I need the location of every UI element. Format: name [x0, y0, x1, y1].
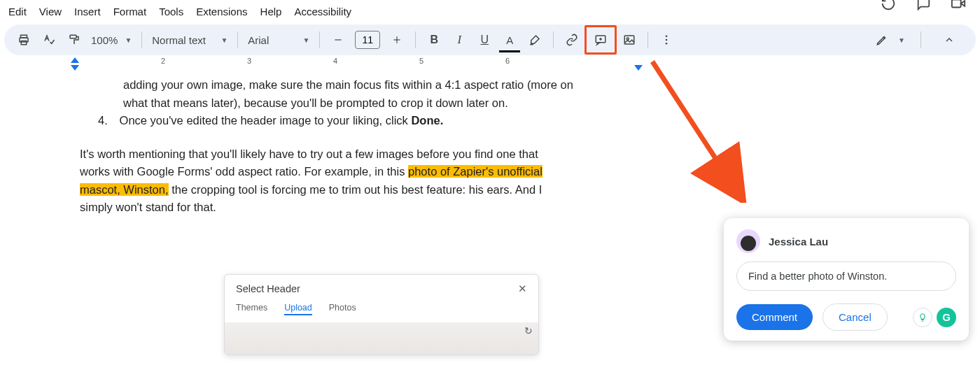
insert-image-icon[interactable] [619, 29, 640, 50]
caret-down-icon: ▼ [898, 36, 905, 44]
grammarly-icon[interactable]: G [937, 308, 956, 327]
first-line-indent-marker[interactable] [71, 57, 79, 63]
spellcheck-icon[interactable] [38, 29, 59, 50]
toolbar: 100% ▼ Normal text ▼ Arial ▼ 11 B I U A [4, 24, 976, 55]
collapse-toolbar-icon[interactable] [939, 29, 960, 50]
ruler-label: 4 [333, 57, 337, 65]
toolbar-separator [319, 31, 320, 48]
meet-icon[interactable] [951, 0, 966, 11]
ruler-label: 2 [161, 57, 165, 65]
caret-down-icon: ▼ [125, 36, 132, 44]
menu-view[interactable]: View [39, 6, 62, 17]
body-text: adding your own image, make sure the mai… [123, 78, 573, 91]
font-family-value: Arial [248, 34, 269, 46]
highlight-color-button[interactable] [524, 29, 545, 50]
ruler: 2 3 4 5 6 [0, 57, 980, 76]
comment-history-icon[interactable] [916, 0, 931, 11]
insert-comment-icon[interactable] [590, 29, 611, 50]
svg-rect-12 [625, 36, 635, 44]
tab-photos[interactable]: Photos [329, 303, 356, 315]
highlighted-text: photo of Zapier's unofficial [408, 165, 542, 178]
toolbar-separator [237, 31, 238, 48]
menu-accessibility[interactable]: Accessibility [294, 6, 351, 17]
right-indent-marker[interactable] [634, 65, 643, 71]
insert-link-icon[interactable] [561, 29, 582, 50]
font-size-input[interactable]: 11 [355, 31, 380, 49]
svg-point-13 [627, 38, 629, 40]
svg-point-15 [666, 39, 668, 41]
embedded-screenshot: Select Header ✕ Themes Upload Photos ↻ [224, 274, 539, 355]
menu-edit[interactable]: Edit [8, 6, 27, 17]
svg-point-16 [666, 43, 668, 45]
rotate-icon[interactable]: ↻ [524, 325, 533, 336]
comment-cancel-button[interactable]: Cancel [822, 303, 888, 331]
tab-themes[interactable]: Themes [236, 303, 267, 315]
toolbar-separator [415, 31, 416, 48]
toolbar-separator [553, 31, 554, 48]
dialog-title: Select Header [236, 283, 300, 294]
body-text: Once you've edited the header image to y… [120, 114, 412, 127]
comment-submit-button[interactable]: Comment [736, 304, 813, 330]
font-family-select[interactable]: Arial ▼ [244, 34, 314, 46]
caret-down-icon: ▼ [302, 36, 309, 44]
header-right-icons [881, 0, 966, 11]
paint-format-icon[interactable] [64, 29, 85, 50]
list-number: 4. [98, 112, 116, 130]
comment-card: Jessica Lau Find a better photo of Winst… [724, 218, 969, 341]
ruler-label: 5 [419, 57, 424, 65]
underline-button[interactable]: U [474, 29, 495, 50]
body-text: It's worth mentioning that you'll likely… [80, 148, 538, 160]
zoom-value: 100% [91, 34, 118, 46]
menu-format[interactable]: Format [113, 6, 147, 17]
tab-upload[interactable]: Upload [284, 303, 312, 315]
decrease-font-icon[interactable] [328, 29, 349, 50]
svg-rect-5 [70, 35, 76, 38]
document-body[interactable]: adding your own image, make sure the mai… [0, 76, 700, 217]
close-icon[interactable]: ✕ [518, 283, 527, 294]
menu-insert[interactable]: Insert [74, 6, 101, 17]
increase-font-icon[interactable] [386, 29, 407, 50]
paragraph-style-value: Normal text [152, 34, 206, 46]
insert-comment-highlighted [584, 25, 617, 55]
menu-tools[interactable]: Tools [159, 6, 183, 17]
text-color-button[interactable]: A [499, 29, 520, 50]
more-icon[interactable] [656, 29, 677, 50]
print-icon[interactable] [13, 29, 34, 50]
menu-extensions[interactable]: Extensions [196, 6, 247, 17]
toolbar-separator [920, 31, 921, 48]
zoom-select[interactable]: 100% ▼ [91, 34, 132, 46]
italic-button[interactable]: I [449, 29, 470, 50]
editing-mode-select[interactable]: ▼ [876, 34, 905, 46]
highlighted-text: mascot, Winston, [80, 183, 169, 196]
comment-input[interactable]: Find a better photo of Winston. [736, 262, 956, 291]
body-text: works with Google Forms' odd aspect rati… [80, 165, 408, 178]
ruler-label: 3 [247, 57, 251, 65]
caret-down-icon: ▼ [220, 36, 227, 44]
paragraph-style-select[interactable]: Normal text ▼ [148, 34, 232, 46]
history-icon[interactable] [881, 0, 896, 11]
body-text: simply won't stand for that. [80, 201, 216, 213]
comment-author: Jessica Lau [769, 236, 828, 248]
menu-help[interactable]: Help [260, 6, 282, 17]
ruler-label: 6 [505, 57, 510, 65]
svg-rect-0 [952, 0, 961, 8]
menubar: Edit View Insert Format Tools Extensions… [0, 0, 980, 24]
body-text: what that means later), because you'll b… [123, 96, 508, 109]
svg-point-14 [666, 35, 668, 37]
hint-icon[interactable] [913, 308, 932, 327]
toolbar-separator [648, 31, 648, 48]
avatar [736, 229, 760, 253]
body-text: the cropping tool is forcing me to trim … [169, 183, 542, 196]
body-text-bold: Done. [411, 114, 443, 127]
bold-button[interactable]: B [424, 29, 444, 50]
toolbar-separator [141, 31, 142, 48]
left-indent-marker[interactable] [71, 65, 79, 71]
